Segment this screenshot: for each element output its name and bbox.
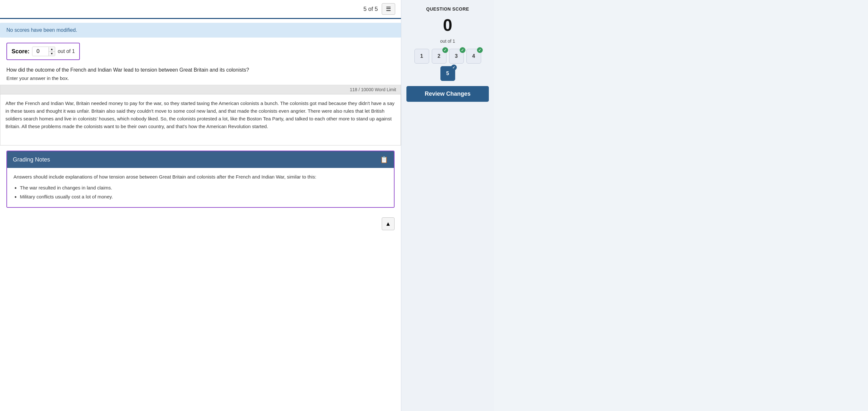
nav-btn-2-badge: ✓: [442, 47, 448, 53]
nav-btn-5-label: 5: [446, 71, 449, 77]
grading-notes-item-2: Military conflicts usually cost a lot of…: [20, 193, 388, 201]
nav-btn-4-label: 4: [472, 53, 475, 59]
up-arrow-icon: ▲: [385, 221, 391, 227]
question-area: How did the outcome of the French and In…: [0, 65, 401, 85]
nav-btn-3-badge: ✓: [460, 47, 465, 53]
grading-notes-title: Grading Notes: [13, 156, 50, 163]
question-score-value: 0: [443, 17, 452, 33]
question-score-label: QUESTION SCORE: [426, 6, 469, 11]
grading-notes-item-1: The war resulted in changes in land clai…: [20, 184, 388, 192]
nav-btn-3-label: 3: [455, 53, 458, 59]
answer-box: After the French and Indian War, Britain…: [0, 94, 401, 145]
page-nav-bottom: ▲: [0, 214, 401, 233]
notes-icon: 📋: [380, 156, 388, 164]
nav-btn-5[interactable]: 5 ✓: [440, 66, 455, 81]
word-limit-text: 118 / 10000 Word Limit: [350, 87, 397, 92]
score-label: Score:: [11, 48, 30, 55]
question-text: How did the outcome of the French and In…: [6, 67, 395, 73]
nav-btn-1[interactable]: 1: [414, 49, 429, 64]
grading-notes-body: Answers should include explanations of h…: [7, 168, 394, 207]
list-button[interactable]: ☰: [382, 3, 395, 15]
score-input-wrapper: ▲ ▼: [32, 47, 55, 56]
right-sidebar: QUESTION SCORE 0 out of 1 1 2 ✓ 3 ✓ 4 ✓ …: [401, 0, 494, 411]
list-icon: ☰: [386, 5, 391, 12]
top-bar: 5 of 5 ☰: [0, 0, 401, 19]
score-down-button[interactable]: ▼: [49, 52, 55, 56]
score-input[interactable]: [32, 47, 49, 56]
review-changes-button[interactable]: Review Changes: [406, 86, 489, 102]
nav-btn-3[interactable]: 3 ✓: [449, 49, 464, 64]
nav-btn-4-badge: ✓: [477, 47, 483, 53]
answer-text: After the French and Indian War, Britain…: [5, 100, 395, 129]
nav-btn-4[interactable]: 4 ✓: [466, 49, 481, 64]
notification-bar: No scores have been modified.: [0, 23, 401, 37]
question-score-out-of: out of 1: [440, 38, 455, 44]
score-out-of: out of 1: [58, 49, 75, 54]
word-limit-bar: 118 / 10000 Word Limit: [0, 85, 401, 94]
score-section: Score: ▲ ▼ out of 1: [6, 43, 80, 60]
enter-answer-instruction: Enter your answer in the box.: [6, 76, 395, 81]
question-nav: 1 2 ✓ 3 ✓ 4 ✓ 5 ✓: [406, 49, 489, 81]
pagination-text: 5 of 5: [364, 6, 378, 12]
nav-btn-2-label: 2: [437, 53, 440, 59]
score-spinner: ▲ ▼: [49, 47, 55, 56]
score-up-button[interactable]: ▲: [49, 47, 55, 52]
nav-btn-1-label: 1: [420, 53, 423, 59]
grading-notes-header: Grading Notes 📋: [7, 151, 394, 168]
nav-btn-5-badge: ✓: [451, 64, 457, 70]
grading-notes-list: The war resulted in changes in land clai…: [20, 184, 388, 201]
nav-up-button[interactable]: ▲: [382, 217, 395, 230]
nav-btn-2[interactable]: 2 ✓: [432, 49, 446, 64]
notification-text: No scores have been modified.: [6, 27, 77, 33]
grading-notes-container: Grading Notes 📋 Answers should include e…: [6, 151, 395, 208]
grading-notes-body-text: Answers should include explanations of h…: [13, 173, 388, 181]
